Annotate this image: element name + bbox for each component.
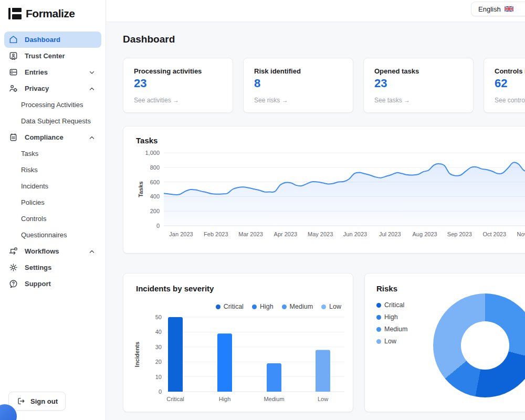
sidebar-item-workflows[interactable]: Workflows — [4, 243, 101, 259]
svg-text:50: 50 — [155, 314, 162, 320]
svg-text:Jun 2023: Jun 2023 — [343, 231, 367, 237]
chevron-up-icon — [88, 247, 96, 256]
legend-label: Critical — [384, 301, 404, 309]
stat-link[interactable]: See risks → — [254, 97, 342, 104]
compliance-icon — [8, 132, 18, 142]
sign-out-label: Sign out — [30, 397, 58, 405]
topbar: English — [106, 0, 525, 22]
chevron-up-icon — [88, 133, 96, 142]
sidebar-item-processing-activities[interactable]: Processing Activities — [4, 97, 101, 113]
stat-value: 23 — [374, 77, 463, 90]
stat-label: Processing activities — [134, 67, 222, 75]
sidebar-item-incidents[interactable]: Incidents — [4, 178, 101, 194]
stat-label: Risk identified — [254, 67, 342, 75]
sidebar-item-label: Risks — [21, 166, 38, 174]
sidebar-item-questionnaires[interactable]: Questionnaires — [4, 227, 101, 243]
chevron-up-icon — [88, 85, 96, 93]
privacy-icon — [8, 83, 18, 93]
sidebar-nav: DashboardTrust CenterEntriesPrivacyProce… — [0, 23, 106, 292]
stat-label: Opened tasks — [374, 67, 463, 75]
stat-label: Controls implemented — [495, 67, 525, 75]
sidebar-item-risks[interactable]: Risks — [4, 162, 101, 178]
svg-text:Medium: Medium — [264, 396, 284, 402]
svg-text:30: 30 — [155, 344, 162, 350]
sidebar-item-trust-center[interactable]: Trust Center — [4, 48, 101, 64]
svg-text:Mar 2023: Mar 2023 — [238, 231, 262, 237]
svg-text:Low: Low — [318, 396, 328, 402]
sidebar-item-label: Policies — [21, 198, 45, 206]
sidebar-item-label: Data Subject Requests — [21, 117, 91, 125]
sidebar-item-label: Tasks — [21, 150, 38, 158]
sidebar-item-label: Settings — [25, 264, 51, 271]
sidebar-item-label: Dashboard — [25, 36, 60, 44]
sidebar-item-entries[interactable]: Entries — [4, 64, 101, 80]
page-title: Dashboard — [123, 34, 525, 45]
sidebar-item-label: Trust Center — [25, 52, 65, 60]
svg-text:Oct 2023: Oct 2023 — [482, 231, 506, 237]
sidebar-item-data-subject-requests[interactable]: Data Subject Requests — [4, 113, 101, 129]
home-icon — [8, 35, 18, 45]
svg-text:Jul 2023: Jul 2023 — [379, 231, 401, 237]
svg-text:800: 800 — [150, 164, 160, 171]
sidebar-item-label: Incidents — [21, 182, 48, 190]
tasks-line-chart: 02004006008001,000TasksJan 2023Feb 2023M… — [136, 146, 525, 248]
risks-chart-title: Risks — [376, 284, 525, 293]
workflows-icon — [8, 246, 18, 256]
language-selector[interactable]: English — [471, 2, 525, 16]
chevron-down-icon — [88, 68, 96, 77]
sidebar-item-label: Controls — [21, 215, 46, 223]
svg-text:Incidents: Incidents — [134, 342, 140, 367]
incidents-bar-chart: 01020304050IncidentsCriticalHighMediumLo… — [123, 274, 354, 413]
stat-link[interactable]: See controls → — [495, 97, 525, 104]
sidebar-item-support[interactable]: Support — [4, 276, 101, 292]
sidebar-item-privacy[interactable]: Privacy — [4, 80, 101, 97]
svg-text:Tasks: Tasks — [138, 181, 144, 197]
stat-link[interactable]: See tasks → — [374, 97, 463, 104]
legend-dot-icon — [376, 339, 381, 344]
sidebar-item-label: Workflows — [25, 247, 59, 255]
brand-name: Formalize — [26, 7, 75, 20]
sidebar-item-dashboard[interactable]: Dashboard — [4, 32, 101, 48]
svg-text:400: 400 — [150, 193, 160, 200]
stat-card-opened-tasks: Opened tasks23See tasks → — [363, 58, 474, 113]
sidebar-item-controls[interactable]: Controls — [4, 211, 101, 227]
bottom-charts-row: Incidents by severity CriticalHighMedium… — [123, 273, 525, 412]
svg-text:200: 200 — [150, 208, 160, 214]
svg-text:High: High — [219, 396, 231, 402]
sidebar-item-label: Processing Activities — [21, 101, 83, 109]
sidebar-item-settings[interactable]: Settings — [4, 259, 101, 276]
main-area: English Dashboard Processing activities2… — [106, 0, 525, 420]
sidebar-item-policies[interactable]: Policies — [4, 194, 101, 211]
svg-text:0: 0 — [156, 223, 160, 229]
svg-text:0: 0 — [159, 388, 162, 395]
legend-label: High — [384, 313, 398, 321]
incidents-chart-card: Incidents by severity CriticalHighMedium… — [123, 273, 353, 412]
sidebar-item-compliance[interactable]: Compliance — [4, 129, 101, 145]
support-icon — [8, 279, 18, 289]
badge-icon — [8, 51, 18, 61]
svg-text:Aug 2023: Aug 2023 — [413, 231, 437, 237]
legend-label: Low — [384, 338, 396, 345]
logout-icon — [16, 396, 26, 406]
sidebar-item-label: Support — [25, 280, 51, 288]
legend-dot-icon — [376, 303, 381, 308]
sidebar-item-tasks[interactable]: Tasks — [4, 145, 101, 162]
svg-text:Apr 2023: Apr 2023 — [274, 231, 298, 237]
stat-value: 62 — [495, 77, 525, 90]
stat-value: 8 — [254, 77, 342, 90]
svg-text:Sep 2023: Sep 2023 — [447, 231, 472, 237]
svg-text:40: 40 — [155, 329, 162, 335]
entries-icon — [8, 67, 18, 77]
legend-dot-icon — [376, 327, 381, 332]
stat-link[interactable]: See activities → — [134, 97, 222, 104]
sidebar-item-label: Questionnaires — [21, 231, 67, 239]
brand-logo: Formalize — [0, 0, 106, 23]
tasks-chart-card: Tasks 02004006008001,000TasksJan 2023Feb… — [123, 126, 525, 254]
svg-text:Critical: Critical — [166, 396, 184, 402]
sign-out-button[interactable]: Sign out — [8, 392, 66, 411]
svg-text:Feb 2023: Feb 2023 — [204, 231, 228, 237]
svg-text:20: 20 — [155, 359, 162, 365]
svg-text:600: 600 — [150, 179, 160, 185]
legend-label: Medium — [384, 326, 407, 333]
risks-chart-card: Risks CriticalHighMediumLow — [364, 273, 525, 412]
